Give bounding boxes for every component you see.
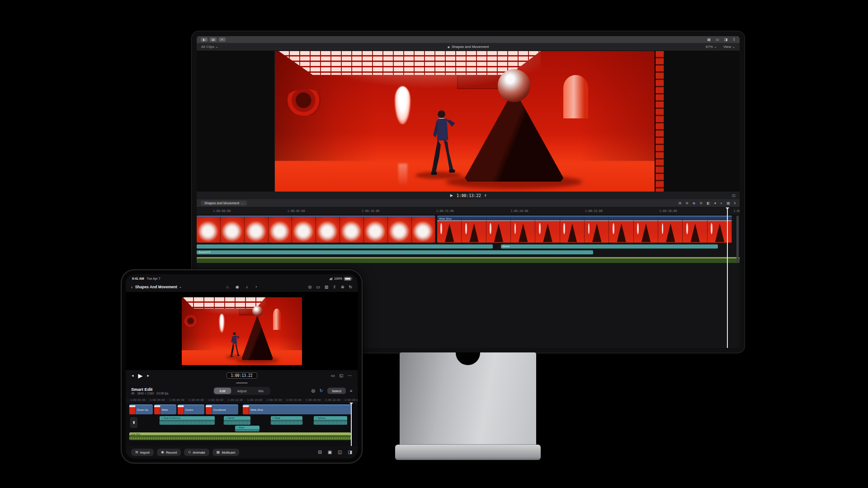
media-browser-icon[interactable]: ⌂ [226, 285, 228, 289]
toolbar-right-icons: ▦▭◨⇧ [708, 38, 736, 42]
browser-filter[interactable]: All Clips ⌄ [201, 45, 218, 49]
ipad-video-clip[interactable]: Combined [206, 404, 238, 414]
overwrite-icon[interactable]: ◨ [348, 450, 352, 455]
sync-icon[interactable]: ↻ [349, 285, 352, 289]
jog-wheel-icon[interactable]: ◔ [255, 285, 257, 289]
audio-meters-icon[interactable]: ‖ [485, 194, 486, 197]
camera-icon[interactable]: ◉ [236, 285, 239, 289]
ipad-audio-clip[interactable]: ⊂ Swish [224, 416, 251, 425]
ipad-audio-clip[interactable]: ⊂ Sphere [314, 416, 348, 425]
ruler-tick: 1:00:20:00 [306, 399, 321, 401]
mode-tab-mix[interactable]: Mix [253, 388, 270, 394]
clip-name: Wide Shot [249, 408, 264, 411]
mode-segmented-control[interactable]: EditAdjustMix [213, 387, 270, 395]
more-options-icon[interactable]: ≡ [350, 389, 352, 393]
next-frame-button[interactable]: ▸ [147, 374, 150, 378]
more-icon[interactable]: ⋯ [348, 374, 352, 378]
timeline-video-clip[interactable] [197, 216, 435, 243]
loop-icon[interactable]: ↻ [319, 389, 323, 393]
previous-frame-button[interactable]: ◂ [132, 374, 134, 378]
ipad-video-clip[interactable]: Wide [154, 404, 177, 414]
ruler-tick: 1:00:10:00 [362, 209, 379, 213]
ipad-timeline-ruler[interactable]: 1:00:02:001:00:04:001:00:06:001:00:08:00… [126, 397, 358, 403]
audio-clip[interactable]: Music [501, 244, 718, 249]
select-tool-button[interactable]: Select [327, 388, 346, 394]
solo-icon[interactable]: ● [714, 202, 716, 205]
zoom-icon[interactable]: ⊕ [341, 285, 344, 289]
ruler-tick: 1:00:02:00 [130, 399, 145, 401]
clip-name: ⊂ Beat [271, 416, 302, 420]
divider-handle[interactable] [126, 381, 358, 385]
duplicate-icon[interactable]: ▣ [328, 450, 332, 455]
music-clip[interactable] [197, 257, 740, 263]
skimming-icon[interactable]: ◧ [707, 202, 710, 205]
ipad-video-clip[interactable]: Wide Shot [243, 404, 352, 414]
trash-icon[interactable]: ⊟ [318, 450, 321, 455]
layout-icon[interactable]: ▥ [325, 285, 329, 289]
clip-thumbnail [560, 217, 585, 243]
audio-skim-icon[interactable]: ◐ [720, 202, 722, 205]
button-label: Animate [193, 450, 205, 455]
effects-icon[interactable]: ≋ [685, 202, 689, 205]
back-chevron-icon[interactable]: ‹ [131, 285, 133, 290]
import-button[interactable]: ⊞Import [131, 449, 154, 456]
play-button[interactable]: ▶ [450, 194, 453, 197]
animate-button[interactable]: ◇Animate [184, 449, 209, 456]
project-specs: 4K · 3840 × 2160 · 23.98 fps [131, 392, 169, 395]
ipad-music-clip[interactable]: Low Hits [129, 432, 351, 440]
ipad-project-title[interactable]: Shapes And Movement⌄ [135, 285, 182, 289]
multicam-button[interactable]: ▦Multicam [212, 449, 240, 456]
ipad-audio-clip[interactable]: ⊂ Beat [235, 426, 260, 432]
clip-thumbnail [437, 217, 462, 243]
play-button[interactable]: ▶ [138, 373, 143, 379]
inspector-panel [664, 51, 740, 192]
mode-tab-adjust[interactable]: Adjust [231, 388, 253, 394]
fullscreen-icon[interactable]: ◱ [339, 374, 343, 378]
ruler-tick: 1:00:18:00 [286, 399, 301, 401]
clip-thumbnail [535, 217, 560, 243]
view-dropdown[interactable]: View ⌄ [723, 45, 735, 49]
viewer-quality-icon[interactable]: ◎ [308, 285, 311, 289]
transitions-icon[interactable]: ◈ [693, 202, 695, 205]
timeline-video-clip[interactable]: Wide Shot [437, 216, 732, 243]
fullscreen-button[interactable]: ◱ [732, 194, 736, 197]
snapping-icon[interactable]: ⊘ [699, 202, 703, 205]
mode-tab-edit[interactable]: Edit [214, 388, 231, 394]
playhead[interactable] [727, 207, 728, 348]
ipad-playhead[interactable] [351, 403, 352, 446]
display-options-icon[interactable]: ▭ [316, 285, 320, 289]
timeline-ruler[interactable]: 1:00:00:001:00:05:001:00:10:001:00:15:00… [197, 207, 740, 215]
appearance-icon[interactable]: ▦ [726, 202, 730, 205]
index-icon[interactable]: ⊞ [679, 202, 682, 205]
timeline-panel-icon[interactable]: ▭ [716, 38, 719, 42]
voiceover-icon[interactable]: ♪ [246, 285, 248, 289]
split-icon[interactable]: ◫ [338, 450, 342, 455]
zoom-level-dropdown[interactable]: 67% ⌄ [706, 45, 717, 49]
project-title: ◉ Shapes and Movement [448, 45, 489, 49]
timeline-project-tab[interactable]: Shapes and Movement⌄ [201, 201, 247, 206]
timeline-scrollbar[interactable] [736, 216, 739, 263]
dancer-silhouette [425, 109, 461, 176]
ipad-audio-clip[interactable]: ⊂ Beat Ambience [160, 416, 215, 425]
clip-name: ⊂ Beat [235, 426, 260, 429]
share-icon[interactable]: ⇧ [732, 38, 736, 42]
ipad-video-clip[interactable]: Close Up [129, 404, 153, 414]
audio-meters-icon[interactable]: ‖ [734, 202, 736, 205]
ipad-video-clip[interactable]: Cones [178, 404, 205, 414]
ruler-tick: 1:00:14:00 [247, 399, 262, 401]
import-media-icon[interactable]: ≡ [219, 38, 226, 42]
record-button[interactable]: ◉Record [157, 449, 181, 456]
share-icon[interactable]: ⇧ [333, 285, 336, 289]
ruler-tick: 1:00:30:00 [659, 209, 677, 213]
ipad-audio-clip[interactable]: ⊂ Beat [271, 416, 302, 425]
audio-clip[interactable] [197, 244, 493, 249]
archway [273, 309, 281, 330]
viewer-toggle-icon[interactable]: ◎ [311, 389, 316, 393]
clip-browser-icon[interactable]: ▤ [210, 38, 217, 42]
browser-filmstrip[interactable] [655, 51, 664, 192]
browser-panel-icon[interactable]: ▦ [708, 38, 711, 42]
aspect-icon[interactable]: ▭ [331, 374, 335, 378]
inspector-panel-icon[interactable]: ◨ [724, 38, 728, 42]
audio-clip[interactable]: Sound FX [197, 250, 593, 254]
sidebar-toggle-icon[interactable]: ◧ [201, 38, 208, 42]
